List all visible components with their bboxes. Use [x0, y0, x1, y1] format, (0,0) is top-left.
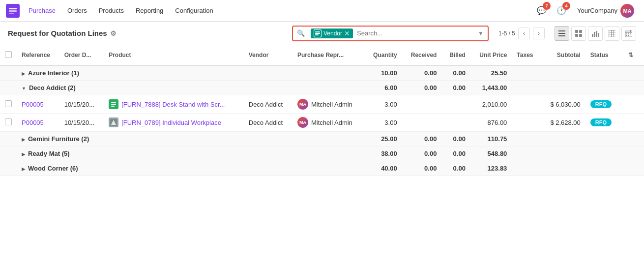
- gemini-unit-price: 110.75: [470, 132, 512, 146]
- group-name-ready-mat: Ready Mat (5): [28, 150, 70, 157]
- header-order-date[interactable]: Order D...: [59, 45, 104, 65]
- azure-quantity: 10.00: [364, 65, 402, 81]
- gemini-billed: 0.00: [441, 132, 470, 146]
- received-2: [402, 114, 442, 132]
- view-pivot-button[interactable]: [605, 26, 619, 41]
- select-all-checkbox[interactable]: [5, 51, 12, 58]
- billed-1: [441, 95, 470, 114]
- header-vendor[interactable]: Vendor: [244, 45, 293, 65]
- search-icon[interactable]: 🔍: [293, 29, 309, 37]
- reference-link-2[interactable]: P00005: [22, 119, 44, 126]
- svg-rect-6: [315, 33, 320, 34]
- nav-orders[interactable]: Orders: [62, 4, 92, 17]
- group-row-azure-interior[interactable]: Azure Interior (1) 10.00 0.00 0.00 25.50: [0, 65, 644, 81]
- svg-rect-14: [579, 34, 582, 37]
- azure-billed: 0.00: [441, 65, 470, 81]
- svg-rect-1: [9, 8, 17, 9]
- messages-button[interactable]: 💬 7: [534, 3, 550, 19]
- company-name: YourCompany: [577, 7, 617, 14]
- reference-link-1[interactable]: P00005: [22, 101, 44, 108]
- group-row-wood-corner[interactable]: Wood Corner (6) 40.00 0.00 0.00 123.83: [0, 161, 644, 176]
- header-reference[interactable]: Reference: [17, 45, 59, 65]
- company-menu[interactable]: YourCompany MA: [573, 2, 638, 20]
- pagination-next-button[interactable]: ›: [533, 28, 545, 39]
- svg-rect-38: [111, 106, 115, 107]
- svg-rect-3: [9, 13, 14, 14]
- expand-ready-mat-icon[interactable]: [22, 150, 25, 157]
- ready-mat-received: 0.00: [402, 146, 442, 161]
- header-purchase-rep[interactable]: Purchase Repr...: [293, 45, 364, 65]
- svg-rect-23: [609, 30, 609, 37]
- search-input[interactable]: [355, 29, 474, 37]
- wood-corner-unit-price: 123.83: [470, 161, 512, 176]
- view-kanban-button[interactable]: [571, 26, 586, 41]
- expand-wood-corner-icon[interactable]: [22, 165, 25, 172]
- view-calendar-button[interactable]: [621, 26, 636, 41]
- table-row: P00005 10/15/20... [FURN_7888] Desk: [0, 95, 644, 114]
- header-quantity[interactable]: Quantity: [364, 45, 402, 65]
- group-row-deco-addict[interactable]: Deco Addict (2) 6.00 0.00 0.00 1,443.00: [0, 81, 644, 95]
- gemini-received: 0.00: [402, 132, 442, 146]
- search-tag-close-button[interactable]: ✕: [344, 29, 350, 37]
- header-billed[interactable]: Billed: [441, 45, 470, 65]
- view-graph-button[interactable]: [588, 26, 603, 41]
- page-title-text: Request for Quotation Lines: [8, 29, 107, 37]
- deco-quantity: 6.00: [364, 81, 402, 95]
- expand-azure-interior-icon[interactable]: [22, 69, 25, 77]
- svg-rect-30: [626, 33, 627, 34]
- column-settings-button[interactable]: ⇅: [625, 49, 637, 61]
- header-product[interactable]: Product: [104, 45, 244, 65]
- pagination-info: 1-5 / 5: [498, 30, 515, 37]
- header-subtotal[interactable]: Subtotal: [541, 45, 585, 65]
- svg-rect-15: [592, 34, 593, 37]
- product-name-2[interactable]: [FURN_0789] Individual Workplace: [121, 119, 221, 126]
- header-unit-price[interactable]: Unit Price: [470, 45, 512, 65]
- svg-rect-34: [628, 35, 629, 36]
- rfq-lines-table: Reference Order D... Product Vendor Purc…: [0, 45, 644, 176]
- pagination-prev-button[interactable]: ‹: [518, 28, 530, 39]
- rep-cell-1: MA Mitchell Admin: [297, 99, 359, 110]
- expand-gemini-icon[interactable]: [22, 135, 25, 143]
- table-header-row: Reference Order D... Product Vendor Purc…: [0, 45, 644, 65]
- svg-rect-24: [611, 30, 612, 37]
- header-received[interactable]: Received: [402, 45, 442, 65]
- svg-rect-7: [315, 34, 319, 35]
- expand-deco-addict-icon[interactable]: [22, 84, 26, 91]
- unit-price-2: 876.00: [470, 114, 512, 132]
- svg-rect-8: [558, 30, 565, 31]
- order-date-2: 10/15/20...: [59, 114, 104, 132]
- row-checkbox-1[interactable]: [5, 100, 12, 107]
- header-taxes[interactable]: Taxes: [512, 45, 541, 65]
- search-dropdown-button[interactable]: ▼: [474, 30, 488, 37]
- settings-icon[interactable]: ⚙: [110, 29, 117, 37]
- product-name-1[interactable]: [FURN_7888] Desk Stand with Scr...: [121, 101, 225, 108]
- deco-billed: 0.00: [441, 81, 470, 95]
- product-cell-1: [FURN_7888] Desk Stand with Scr...: [109, 99, 239, 109]
- user-avatar: MA: [620, 4, 634, 18]
- status-2: RFQ: [585, 114, 620, 132]
- ready-mat-unit-price: 548.80: [470, 146, 512, 161]
- taxes-2: [512, 114, 541, 132]
- notifications-button[interactable]: 🕐 4: [554, 3, 569, 19]
- view-list-button[interactable]: [555, 26, 569, 41]
- svg-rect-20: [609, 32, 615, 32]
- quantity-2: 3.00: [364, 114, 402, 132]
- svg-rect-5: [315, 31, 320, 32]
- top-navigation: Purchase Orders Products Reporting Confi…: [0, 0, 644, 22]
- nav-reporting[interactable]: Reporting: [131, 4, 168, 17]
- nav-products[interactable]: Products: [94, 4, 129, 17]
- svg-rect-12: [579, 30, 582, 33]
- subtotal-2: $ 2,628.00: [541, 114, 585, 132]
- svg-rect-25: [614, 30, 614, 37]
- deco-received: 0.00: [402, 81, 442, 95]
- received-1: [402, 95, 442, 114]
- nav-purchase[interactable]: Purchase: [24, 4, 60, 17]
- app-logo[interactable]: [6, 4, 20, 18]
- row-checkbox-2[interactable]: [5, 118, 12, 125]
- gemini-quantity: 25.00: [364, 132, 402, 146]
- wood-corner-quantity: 40.00: [364, 161, 402, 176]
- group-row-ready-mat[interactable]: Ready Mat (5) 38.00 0.00 0.00 548.80: [0, 146, 644, 161]
- group-row-gemini-furniture[interactable]: Gemini Furniture (2) 25.00 0.00 0.00 110…: [0, 132, 644, 146]
- header-status[interactable]: Status: [585, 45, 620, 65]
- nav-configuration[interactable]: Configuration: [170, 4, 218, 17]
